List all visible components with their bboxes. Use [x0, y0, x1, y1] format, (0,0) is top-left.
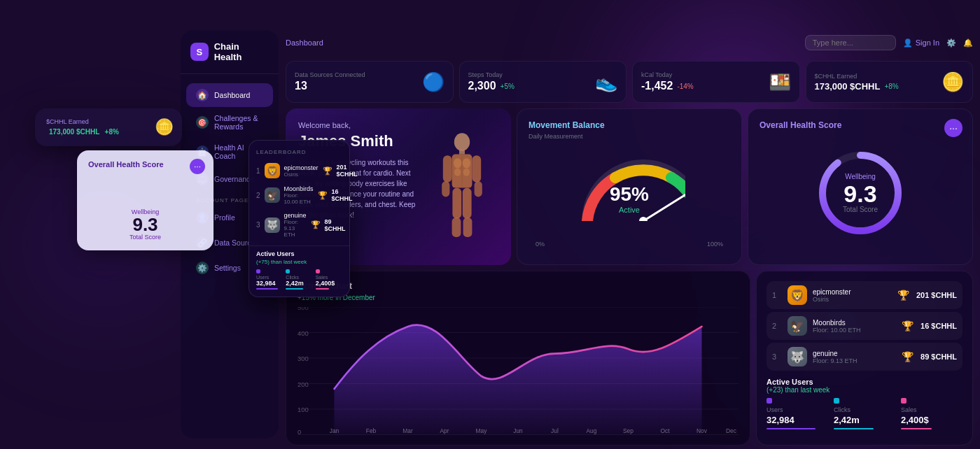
floating-health-title: Overall Health Score — [88, 160, 202, 169]
signin-button[interactable]: 👤 Sign In — [903, 38, 939, 48]
trophy-icon-1: 🏆 — [897, 290, 909, 301]
svg-point-5 — [463, 158, 470, 168]
human-body-svg — [427, 131, 497, 243]
stat-value-2: -1,452 — [641, 80, 673, 92]
leaderboard-item-1: 1 🦁 epicmonster Osiris 🏆 201 $CHHL — [766, 281, 962, 309]
gauge-max: 100% — [707, 241, 723, 248]
lb-sub-1: Osiris — [813, 296, 892, 303]
popup-au-label-sales: Sales — [316, 275, 342, 280]
movement-label: Active — [610, 206, 649, 214]
popup-name-2: Moonbirds — [284, 185, 314, 192]
sidebar-label-dashboard: Dashboard — [214, 91, 250, 99]
popup-au-users: Users 32,984 — [256, 269, 283, 290]
sidebar-logo: S Chain Health — [181, 41, 279, 74]
movement-title: Movement Balance — [528, 120, 730, 130]
popup-active-section: Active Users (+75) than last week Users … — [249, 250, 349, 290]
right-panel: 1 🦁 epicmonster Osiris 🏆 201 $CHHL 2 🦅 — [756, 271, 973, 446]
main-grid: Welcome back, James Smith You had a few … — [286, 108, 973, 265]
svg-text:500: 500 — [298, 307, 309, 311]
stat-label-1: Steps Today — [468, 71, 514, 78]
notification-button[interactable]: 🔔 — [963, 38, 973, 48]
svg-text:Mar: Mar — [402, 427, 413, 434]
popup-au-label-users: Users — [256, 275, 283, 280]
movement-percent: 95% — [610, 183, 649, 206]
leaderboard-section: 1 🦁 epicmonster Osiris 🏆 201 $CHHL 2 🦅 — [766, 281, 962, 371]
challenges-icon: 🎯 — [196, 116, 209, 129]
stat-value-1: 2,300 — [468, 80, 496, 92]
sidebar-item-dashboard[interactable]: 🏠 Dashboard — [186, 83, 273, 107]
svg-rect-1 — [459, 150, 465, 154]
popup-amount-1: 201 $CHHL — [337, 164, 358, 178]
floating-card-label: $CHHL Earned — [46, 118, 171, 125]
au-dot-clicks — [834, 398, 839, 404]
stat-label-3: $CHHL Earned — [815, 73, 899, 80]
lb-sub-2: Floor: 10.00 ETH — [813, 327, 896, 334]
svg-rect-11 — [475, 181, 482, 197]
movement-subtitle: Daily Measurement — [528, 133, 730, 140]
stat-label-2: kCal Today — [641, 71, 694, 78]
popup-rank-1: 1 — [256, 167, 260, 175]
lb-amount-3: 89 $CHHL — [920, 352, 957, 361]
svg-rect-15 — [463, 218, 472, 237]
svg-text:Nov: Nov — [696, 427, 708, 434]
sidebar-label-profile: Profile — [214, 213, 235, 222]
popup-lb-item-3: 3 🐺 genuine Floor: 9.13 ETH 🏆 89 $CHHL — [249, 208, 349, 241]
search-input[interactable] — [805, 35, 896, 50]
gauge-min: 0% — [536, 241, 545, 248]
svg-text:May: May — [476, 427, 488, 434]
lb-name-3: genuine — [813, 350, 896, 357]
au-label-sales: Sales — [901, 406, 962, 413]
score-total-label: Total Score — [843, 206, 878, 213]
svg-rect-14 — [463, 188, 472, 219]
popup-section-label: LEADERBOARD — [249, 148, 349, 159]
floating-card-value: 173,000 $CHHL +8% — [46, 127, 119, 136]
svg-text:400: 400 — [298, 329, 309, 337]
au-value-users: 32,984 — [766, 415, 828, 425]
floating-health-score-card: Overall Health Score ··· Wellbeing 9.3 T… — [77, 150, 214, 250]
au-item-clicks: Clicks 2,42m — [834, 398, 895, 429]
popup-au-grid: Users 32,984 Clicks 2,42m Sales 2,400$ — [256, 269, 342, 290]
au-dot-sales — [901, 398, 906, 404]
stat-change-3: +8% — [884, 83, 898, 90]
topbar: Dashboard 👤 Sign In ⚙️ 🔔 — [286, 30, 973, 55]
au-bar-clicks — [834, 428, 874, 429]
svg-rect-8 — [443, 155, 452, 182]
stat-change-1: +5% — [500, 83, 514, 90]
dashboard-icon: 🏠 — [196, 89, 209, 101]
health-score-more-button[interactable]: ··· — [944, 119, 962, 137]
svg-text:300: 300 — [298, 355, 309, 362]
lb-name-2: Moonbirds — [813, 319, 896, 327]
popup-active-change: (+75) than last week — [256, 259, 342, 265]
sidebar-item-challenges[interactable]: 🎯 Challenges & Rewards — [186, 108, 273, 136]
lb-amount-2: 16 $CHHL — [920, 322, 957, 330]
active-users-grid: Users 32,984 Clicks 2,42m Sales 2,400$ — [766, 398, 962, 429]
floating-chhl-card: $CHHL Earned 173,000 $CHHL +8% 🪙 — [35, 108, 182, 146]
active-users-change: (+23) than last week — [766, 386, 962, 394]
popup-au-dot-users — [256, 269, 260, 273]
lb-avatar-2: 🦅 — [788, 316, 807, 336]
stat-emoji-1: 👟 — [595, 71, 617, 93]
floating-score-value: 9.3 — [132, 215, 158, 234]
floating-health-more-button[interactable]: ··· — [190, 159, 205, 174]
popup-name-1: epicmonster — [284, 164, 318, 171]
svg-text:Feb: Feb — [366, 427, 377, 434]
popup-trophy-1: 🏆 — [323, 166, 332, 176]
svg-text:Jan: Jan — [330, 427, 340, 434]
health-score-card: Overall Health Score ··· — [748, 108, 973, 265]
svg-text:Jun: Jun — [513, 427, 523, 434]
popup-leaderboard: LEADERBOARD 1 🦁 epicmonster Osiris 🏆 201… — [248, 140, 350, 297]
sidebar-label-challenges: Challenges & Rewards — [214, 114, 263, 131]
au-bar-sales — [901, 428, 932, 429]
popup-au-bar-sales — [316, 288, 329, 290]
au-bar-users — [766, 428, 816, 429]
settings-button[interactable]: ⚙️ — [946, 38, 956, 48]
active-users-section: Active Users (+23) than last week Users … — [766, 378, 962, 429]
popup-rank-3: 3 — [256, 221, 260, 229]
svg-text:Oct: Oct — [660, 427, 670, 434]
popup-avatar-1: 🦁 — [265, 163, 280, 178]
bottom-grid: Activity Chart +15% more in December — [286, 271, 973, 439]
popup-active-title: Active Users — [256, 250, 342, 257]
stat-card-steps: Steps Today 2,300 +5% 👟 — [459, 61, 627, 103]
leaderboard-item-3: 3 🐺 genuine Floor: 9.13 ETH 🏆 89 $CHHL — [766, 343, 962, 371]
popup-rank-2: 2 — [256, 192, 260, 199]
